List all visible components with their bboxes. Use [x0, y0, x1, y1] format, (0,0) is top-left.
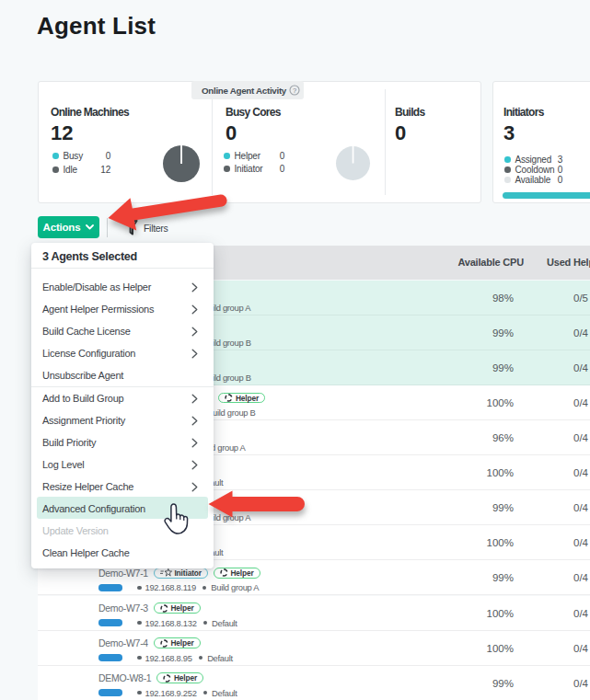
svg-text:?: ? — [293, 86, 296, 95]
